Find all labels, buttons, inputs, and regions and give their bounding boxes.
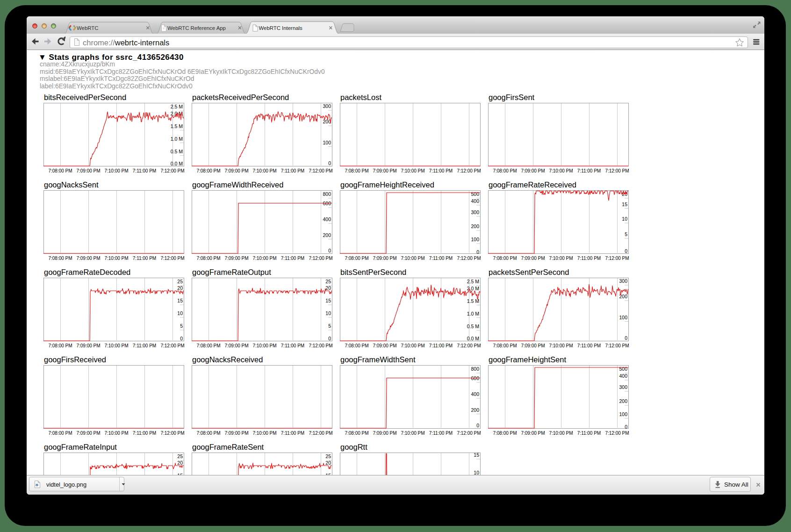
svg-text:500: 500 <box>471 191 479 197</box>
svg-text:7:11:00 PM: 7:11:00 PM <box>429 256 453 261</box>
svg-text:7:11:00 PM: 7:11:00 PM <box>133 168 156 173</box>
svg-text:7:12:00 PM: 7:12:00 PM <box>309 168 332 173</box>
svg-text:300: 300 <box>619 278 627 284</box>
svg-text:400: 400 <box>323 216 331 222</box>
svg-text:25: 25 <box>177 453 183 459</box>
svg-text:400: 400 <box>471 391 479 397</box>
svg-text:7:10:00 PM: 7:10:00 PM <box>549 168 573 173</box>
svg-text:0: 0 <box>328 160 331 166</box>
svg-text:7:08:00 PM: 7:08:00 PM <box>48 168 72 173</box>
svg-text:100: 100 <box>619 411 627 417</box>
svg-text:googNacksReceived: googNacksReceived <box>192 355 263 364</box>
svg-text:googFrameRateInput: googFrameRateInput <box>44 443 117 451</box>
svg-text:googFrameWidthReceived: googFrameWidthReceived <box>192 180 283 189</box>
svg-text:7:12:00 PM: 7:12:00 PM <box>605 431 629 436</box>
svg-text:7:10:00 PM: 7:10:00 PM <box>401 343 424 348</box>
svg-text:7:11:00 PM: 7:11:00 PM <box>577 431 601 436</box>
svg-text:0: 0 <box>476 423 479 428</box>
svg-text:0: 0 <box>625 424 627 430</box>
svg-text:7:08:00 PM: 7:08:00 PM <box>48 343 72 348</box>
svg-text:7:09:00 PM: 7:09:00 PM <box>224 256 248 261</box>
svg-text:googFrameHeightReceived: googFrameHeightReceived <box>340 180 434 189</box>
svg-text:7:09:00 PM: 7:09:00 PM <box>76 168 100 173</box>
svg-text:7:12:00 PM: 7:12:00 PM <box>457 431 481 436</box>
svg-text:400: 400 <box>471 198 479 204</box>
svg-text:googFrameRateDecoded: googFrameRateDecoded <box>44 268 130 276</box>
svg-text:7:08:00 PM: 7:08:00 PM <box>493 168 517 173</box>
svg-text:7:11:00 PM: 7:11:00 PM <box>133 256 156 261</box>
svg-text:7:10:00 PM: 7:10:00 PM <box>104 343 128 348</box>
svg-text:100: 100 <box>619 315 627 320</box>
svg-text:7:08:00 PM: 7:08:00 PM <box>345 256 368 261</box>
svg-text:300: 300 <box>619 384 627 390</box>
svg-text:7:10:00 PM: 7:10:00 PM <box>549 431 573 436</box>
svg-text:7:12:00 PM: 7:12:00 PM <box>605 256 629 261</box>
svg-text:7:10:00 PM: 7:10:00 PM <box>252 168 276 173</box>
svg-text:7:11:00 PM: 7:11:00 PM <box>281 256 304 261</box>
svg-text:7:12:00 PM: 7:12:00 PM <box>160 256 184 261</box>
svg-text:7:09:00 PM: 7:09:00 PM <box>224 431 248 436</box>
svg-text:7:12:00 PM: 7:12:00 PM <box>309 256 332 261</box>
svg-text:15: 15 <box>177 298 183 303</box>
svg-text:bitsSentPerSecond: bitsSentPerSecond <box>340 268 406 276</box>
svg-text:7:12:00 PM: 7:12:00 PM <box>457 168 481 173</box>
svg-text:7:11:00 PM: 7:11:00 PM <box>429 431 453 436</box>
svg-text:0.0 M: 0.0 M <box>467 336 479 341</box>
svg-text:7:11:00 PM: 7:11:00 PM <box>281 168 304 173</box>
svg-text:googNacksSent: googNacksSent <box>44 180 99 189</box>
svg-text:20: 20 <box>177 460 183 466</box>
svg-text:7:09:00 PM: 7:09:00 PM <box>373 256 396 261</box>
svg-text:packetsSentPerSecond: packetsSentPerSecond <box>489 268 569 276</box>
svg-text:7:11:00 PM: 7:11:00 PM <box>281 431 304 436</box>
svg-text:800: 800 <box>471 366 479 372</box>
svg-text:2.5 M: 2.5 M <box>467 279 479 284</box>
svg-text:7:11:00 PM: 7:11:00 PM <box>577 168 601 173</box>
svg-text:7:08:00 PM: 7:08:00 PM <box>493 431 517 436</box>
svg-text:7:08:00 PM: 7:08:00 PM <box>345 431 368 436</box>
svg-text:25: 25 <box>177 279 183 284</box>
svg-text:7:10:00 PM: 7:10:00 PM <box>252 431 276 436</box>
svg-text:7:12:00 PM: 7:12:00 PM <box>457 343 481 348</box>
svg-text:7:08:00 PM: 7:08:00 PM <box>345 168 368 173</box>
svg-text:800: 800 <box>323 191 331 197</box>
svg-text:googRtt: googRtt <box>340 443 367 451</box>
svg-text:7:10:00 PM: 7:10:00 PM <box>401 168 424 173</box>
svg-text:packetsReceivedPerSecond: packetsReceivedPerSecond <box>192 93 289 101</box>
svg-text:WebRTC Reference App: WebRTC Reference App <box>167 25 226 31</box>
svg-text:7:10:00 PM: 7:10:00 PM <box>549 256 573 261</box>
svg-text:7:08:00 PM: 7:08:00 PM <box>48 431 72 436</box>
svg-text:10: 10 <box>177 310 183 316</box>
svg-text:7:08:00 PM: 7:08:00 PM <box>196 431 220 436</box>
svg-text:7:12:00 PM: 7:12:00 PM <box>605 343 629 348</box>
svg-text:200: 200 <box>323 119 331 124</box>
svg-text:7:12:00 PM: 7:12:00 PM <box>309 431 332 436</box>
svg-text:7:09:00 PM: 7:09:00 PM <box>521 256 545 261</box>
svg-text:7:08:00 PM: 7:08:00 PM <box>493 343 517 348</box>
svg-text:15: 15 <box>622 201 627 207</box>
svg-text:100: 100 <box>323 140 331 145</box>
svg-text:0: 0 <box>328 248 331 253</box>
svg-text:WebRTC: WebRTC <box>77 25 98 31</box>
svg-text:7:10:00 PM: 7:10:00 PM <box>401 431 424 436</box>
svg-text:0.0 M: 0.0 M <box>171 161 183 166</box>
svg-text:5: 5 <box>328 323 331 329</box>
svg-text:googFirsReceived: googFirsReceived <box>44 355 106 364</box>
svg-text:7:08:00 PM: 7:08:00 PM <box>493 256 517 261</box>
svg-text:0.5 M: 0.5 M <box>171 149 183 154</box>
svg-text:7:11:00 PM: 7:11:00 PM <box>429 168 453 173</box>
svg-text:googFrameHeightSent: googFrameHeightSent <box>489 355 566 364</box>
svg-text:200: 200 <box>471 223 479 229</box>
svg-text:15: 15 <box>474 452 479 458</box>
svg-text:7:08:00 PM: 7:08:00 PM <box>196 343 220 348</box>
svg-text:googFrameRateReceived: googFrameRateReceived <box>489 180 576 189</box>
svg-text:7:11:00 PM: 7:11:00 PM <box>429 343 453 348</box>
svg-text:7:09:00 PM: 7:09:00 PM <box>224 168 248 173</box>
svg-text:7:10:00 PM: 7:10:00 PM <box>252 256 276 261</box>
svg-text:20: 20 <box>325 460 331 466</box>
svg-text:packetsLost: packetsLost <box>340 93 381 101</box>
svg-text:7:12:00 PM: 7:12:00 PM <box>457 256 481 261</box>
svg-text:7:10:00 PM: 7:10:00 PM <box>401 256 424 261</box>
svg-text:7:09:00 PM: 7:09:00 PM <box>521 343 545 348</box>
svg-text:7:09:00 PM: 7:09:00 PM <box>224 343 248 348</box>
svg-text:5: 5 <box>625 231 627 237</box>
